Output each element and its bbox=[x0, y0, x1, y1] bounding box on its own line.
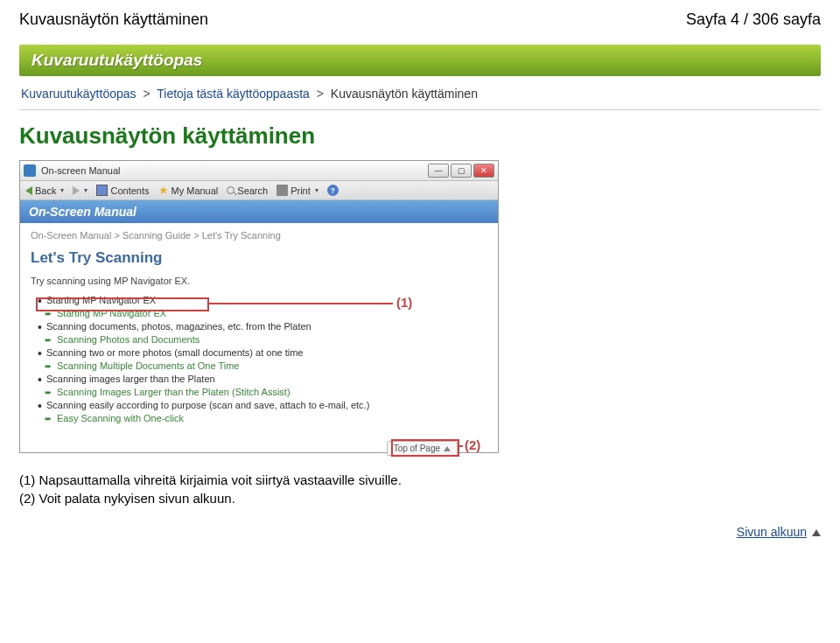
print-icon bbox=[276, 185, 288, 196]
intro-text: Try scanning using MP Navigator EX. bbox=[31, 276, 487, 286]
chevron-down-icon: ▾ bbox=[315, 186, 318, 194]
mymanual-button[interactable]: ★My Manual bbox=[158, 185, 219, 196]
contents-button[interactable]: Contents bbox=[96, 185, 149, 196]
main-heading: Kuvausnäytön käyttäminen bbox=[19, 122, 821, 150]
note-1: (1) Napsauttamalla vihreitä kirjaimia vo… bbox=[19, 472, 821, 487]
chevron-down-icon: ▾ bbox=[84, 186, 88, 194]
page-title-right: Sayfa 4 / 306 sayfa bbox=[686, 10, 821, 29]
breadcrumb-current: Kuvausnäytön käyttäminen bbox=[331, 87, 478, 101]
page-top-link[interactable]: Sivun alkuun bbox=[737, 525, 807, 539]
top-of-page-button[interactable]: Top of Page bbox=[387, 441, 458, 456]
list-item: Scanning images larger than the Platen bbox=[38, 374, 487, 384]
toolbar: Back▾ ▾ Contents ★My Manual Search Print… bbox=[20, 181, 498, 200]
breadcrumb: Kuvaruutukäyttöopas > Tietoja tästä käyt… bbox=[19, 83, 821, 104]
notes: (1) Napsauttamalla vihreitä kirjaimia vo… bbox=[19, 472, 821, 506]
forward-button[interactable]: ▾ bbox=[73, 186, 88, 195]
top-of-page-label: Top of Page bbox=[394, 444, 440, 453]
search-label: Search bbox=[237, 185, 268, 196]
star-icon: ★ bbox=[158, 185, 169, 196]
search-icon bbox=[227, 186, 234, 194]
back-label: Back bbox=[35, 185, 56, 196]
breadcrumb-sep: > bbox=[143, 87, 150, 101]
guide-banner: Kuvaruutukäyttöopas bbox=[19, 45, 821, 76]
chevron-down-icon: ▾ bbox=[60, 186, 64, 194]
breadcrumb-sep: > bbox=[317, 87, 324, 101]
arrow-up-icon bbox=[812, 529, 821, 536]
app-icon bbox=[24, 164, 36, 177]
content-area: On-Screen Manual > Scanning Guide > Let'… bbox=[20, 223, 498, 452]
note-2: (2) Voit palata nykyisen sivun alkuun. bbox=[19, 491, 821, 506]
page-title-left: Kuvausnäytön käyttäminen bbox=[19, 10, 208, 29]
help-icon[interactable]: ? bbox=[327, 185, 339, 196]
page-top-link-row: Sivun alkuun bbox=[19, 525, 821, 539]
back-icon bbox=[25, 186, 32, 195]
scan-list: Starting MP Navigator EX Starting MP Nav… bbox=[31, 295, 487, 423]
list-sublink[interactable]: Scanning Images Larger than the Platen (… bbox=[38, 387, 487, 397]
content-heading: Let's Try Scanning bbox=[31, 249, 487, 267]
divider bbox=[19, 109, 821, 110]
breadcrumb-root[interactable]: Kuvaruutukäyttöopas bbox=[21, 87, 136, 101]
list-sublink[interactable]: Scanning Photos and Documents bbox=[38, 334, 487, 345]
screenshot-window: On-screen Manual — ▢ ✕ Back▾ ▾ Contents … bbox=[19, 160, 499, 453]
list-item: Scanning documents, photos, magazines, e… bbox=[38, 321, 487, 332]
section-header: On-Screen Manual bbox=[20, 200, 498, 223]
print-button[interactable]: Print▾ bbox=[276, 185, 318, 196]
window-title: On-screen Manual bbox=[41, 165, 423, 176]
close-button[interactable]: ✕ bbox=[473, 164, 494, 178]
print-label: Print bbox=[290, 185, 311, 196]
callout-marker-1: (1) bbox=[209, 295, 412, 310]
list-sublink[interactable]: Easy Scanning with One-click bbox=[38, 413, 487, 423]
callout-marker-2: (2) bbox=[459, 437, 480, 452]
arrow-up-icon bbox=[444, 446, 451, 451]
list-sublink[interactable]: Scanning Multiple Documents at One Time bbox=[38, 360, 487, 371]
window-titlebar: On-screen Manual — ▢ ✕ bbox=[20, 161, 498, 181]
back-button[interactable]: Back▾ bbox=[25, 185, 64, 196]
list-item: Scanning two or more photos (small docum… bbox=[38, 347, 487, 358]
mymanual-label: My Manual bbox=[172, 185, 219, 196]
maximize-button[interactable]: ▢ bbox=[451, 164, 472, 178]
forward-icon bbox=[73, 186, 80, 195]
contents-label: Contents bbox=[110, 185, 149, 196]
book-icon bbox=[96, 185, 108, 196]
list-item: Scanning easily according to purpose (sc… bbox=[38, 400, 487, 410]
breadcrumb-mid[interactable]: Tietoja tästä käyttöoppaasta bbox=[157, 87, 310, 101]
minimize-button[interactable]: — bbox=[428, 164, 449, 178]
content-breadcrumb: On-Screen Manual > Scanning Guide > Let'… bbox=[31, 230, 487, 241]
search-button[interactable]: Search bbox=[227, 185, 268, 196]
